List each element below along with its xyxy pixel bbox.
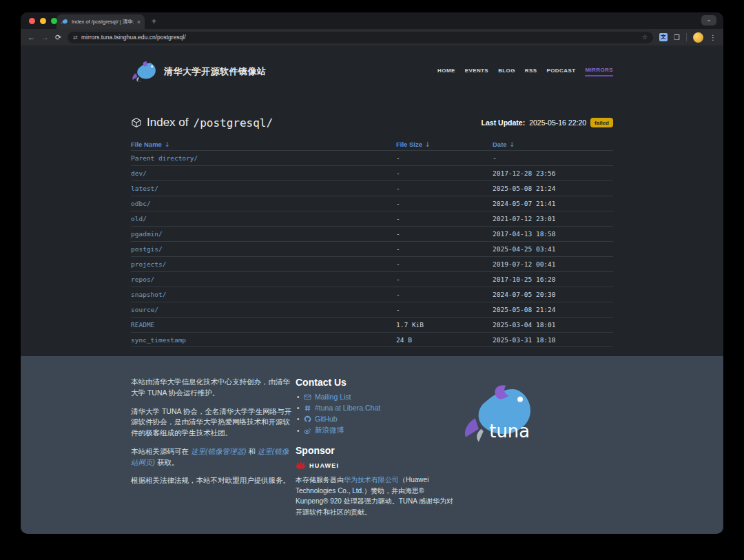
table-row: sync_timestamp 24 B 2025-03-31 18:18: [131, 332, 613, 347]
browser-toolbar: ← → ⟳ ⇄ mirrors.tuna.tsinghua.edu.cn/pos…: [21, 29, 723, 45]
file-size: -: [396, 215, 493, 222]
page-title-path: /postgresql/: [194, 116, 273, 129]
file-link[interactable]: postgis/: [131, 245, 163, 253]
sort-down-icon[interactable]: ↓: [165, 141, 170, 148]
table-row: repos/ - 2017-10-25 16:28: [131, 271, 613, 287]
weibo-icon: [304, 427, 311, 435]
source-manager-link[interactable]: 这里(镜像管理器): [191, 447, 247, 455]
last-update: Last Update: 2025-05-16 22:20 failed: [482, 118, 613, 127]
nav-events[interactable]: EVENTS: [465, 68, 488, 76]
nav-home[interactable]: HOME: [437, 68, 455, 76]
minimize-window-button[interactable]: [40, 18, 46, 24]
table-row: README 1.7 KiB 2025-03-04 18:01: [131, 317, 613, 332]
contact-item: Mailing List: [304, 393, 458, 401]
menu-kebab-icon[interactable]: ⋮: [710, 34, 716, 41]
extensions-icon[interactable]: ❒: [674, 34, 680, 41]
irc-channel-link[interactable]: #tuna at Libera.Chat: [304, 404, 380, 412]
file-link[interactable]: source/: [131, 306, 158, 313]
site-settings-icon[interactable]: ⇄: [73, 34, 77, 41]
file-table: File Name↓ File Size↓ Date↓ Parent direc…: [131, 138, 613, 347]
file-link[interactable]: snapshot/: [131, 291, 166, 298]
profile-avatar[interactable]: [693, 32, 703, 43]
file-size: 24 B: [396, 336, 493, 344]
sort-down-icon[interactable]: ↓: [425, 141, 431, 148]
file-link[interactable]: repos/: [131, 276, 154, 283]
huawei-wordmark: HUAWEI: [309, 462, 339, 469]
table-row: source/ - 2025-05-08 21:24: [131, 302, 613, 317]
url-bar[interactable]: ⇄ mirrors.tuna.tsinghua.edu.cn/postgresq…: [68, 32, 653, 43]
mailing-list-link[interactable]: Mailing List: [304, 393, 351, 401]
table-row: odbc/ - 2024-05-07 21:41: [131, 196, 613, 211]
file-date: 2017-12-28 23:56: [493, 169, 613, 177]
file-link[interactable]: odbc/: [131, 200, 151, 207]
contact-item: #tuna at Libera.Chat: [304, 404, 458, 412]
file-date: 2025-05-08 21:24: [493, 185, 613, 192]
about-paragraph: 本站由清华大学信息化技术中心支持创办，由清华大学 TUNA 协会运行维护。: [131, 377, 293, 399]
url-text[interactable]: mirrors.tuna.tsinghua.edu.cn/postgresql/: [81, 34, 638, 41]
file-size: -: [396, 185, 493, 192]
back-icon[interactable]: ←: [28, 34, 35, 41]
col-header-date[interactable]: Date↓: [493, 141, 613, 148]
huawei-company-link[interactable]: 华为技术有限公司: [344, 476, 399, 484]
col-header-file-size[interactable]: File Size↓: [396, 141, 493, 148]
new-tab-button[interactable]: +: [152, 17, 156, 26]
page-title: Index of /postgresql/: [131, 116, 273, 129]
tuna-logo-icon: tuna: [131, 61, 158, 83]
site-logo[interactable]: tuna 清华大学开源软件镜像站: [131, 61, 267, 83]
about-paragraph: 根据相关法律法规，本站不对欧盟用户提供服务。: [131, 475, 293, 486]
file-date: 2024-05-07 21:41: [493, 200, 613, 207]
footer: 本站由清华大学信息化技术中心支持创办，由清华大学 TUNA 协会运行维护。 清华…: [21, 356, 723, 534]
tab-search-button[interactable]: ⌄: [701, 15, 716, 25]
window-controls[interactable]: [29, 18, 57, 24]
file-date: -: [493, 154, 613, 162]
fullscreen-window-button[interactable]: [51, 18, 57, 24]
tuna-favicon-icon: [61, 18, 68, 25]
file-date: 2025-05-08 21:24: [493, 306, 613, 313]
file-link[interactable]: sync_timestamp: [131, 336, 186, 344]
sort-down-icon[interactable]: ↓: [510, 141, 515, 148]
file-link[interactable]: pgadmin/: [131, 230, 163, 238]
file-size: -: [396, 260, 493, 268]
nav-rss[interactable]: RSS: [525, 68, 537, 76]
file-link[interactable]: README: [131, 321, 154, 329]
nav-blog[interactable]: BLOG: [498, 68, 515, 76]
contact-item: 新浪微博: [304, 426, 458, 435]
col-header-file-name[interactable]: File Name↓: [131, 141, 396, 148]
package-cube-icon: [131, 117, 142, 128]
contact-list: Mailing List #tuna at Libera.Chat GitHub: [296, 393, 458, 435]
file-link[interactable]: Parent directory/: [131, 154, 198, 162]
about-paragraph: 本站相关源码可在 这里(镜像管理器) 和 这里(镜像站网页) 获取。: [131, 446, 293, 468]
file-date: 2017-10-25 16:28: [493, 276, 613, 283]
weibo-link[interactable]: 新浪微博: [304, 426, 344, 435]
translate-icon[interactable]: 文: [659, 33, 668, 41]
github-icon: [304, 415, 311, 423]
hash-icon: [304, 404, 311, 412]
forward-icon[interactable]: →: [41, 34, 49, 41]
file-size: -: [396, 230, 493, 238]
nav-podcast[interactable]: PODCAST: [547, 68, 576, 76]
last-update-value: 2025-05-16 22:20: [529, 118, 586, 127]
file-link[interactable]: old/: [131, 215, 147, 222]
bookmark-star-icon[interactable]: ☆: [642, 34, 648, 41]
table-row: old/ - 2021-07-12 23:01: [131, 211, 613, 226]
file-date: 2025-04-25 03:41: [493, 245, 613, 253]
about-paragraph: 清华大学 TUNA 协会，全名清华大学学生网络与开源软件协会，是由清华大学热爱网…: [131, 406, 293, 439]
file-link[interactable]: projects/: [131, 260, 166, 268]
file-size: -: [396, 154, 493, 162]
browser-tab[interactable]: Index of /postgresql/ | 清华大 ×: [56, 14, 145, 29]
file-date: 2017-04-13 18:58: [493, 230, 613, 238]
footer-logo-column: tuna: [458, 377, 613, 517]
file-link[interactable]: dev/: [131, 169, 147, 177]
reload-icon[interactable]: ⟳: [55, 34, 61, 41]
nav-mirrors[interactable]: MIRRORS: [585, 67, 613, 76]
tab-title: Index of /postgresql/ | 清华大: [72, 19, 134, 25]
file-size: -: [396, 245, 493, 253]
table-row: pgadmin/ - 2017-04-13 18:58: [131, 226, 613, 241]
footer-middle-column: Contact Us Mailing List #tuna at Libera.…: [293, 377, 458, 517]
huawei-flower-icon: [296, 461, 306, 470]
file-link[interactable]: latest/: [131, 185, 158, 192]
close-window-button[interactable]: [29, 18, 35, 24]
github-link[interactable]: GitHub: [304, 415, 338, 423]
tab-close-icon[interactable]: ×: [137, 19, 141, 25]
table-header-row: File Name↓ File Size↓ Date↓: [131, 138, 613, 150]
